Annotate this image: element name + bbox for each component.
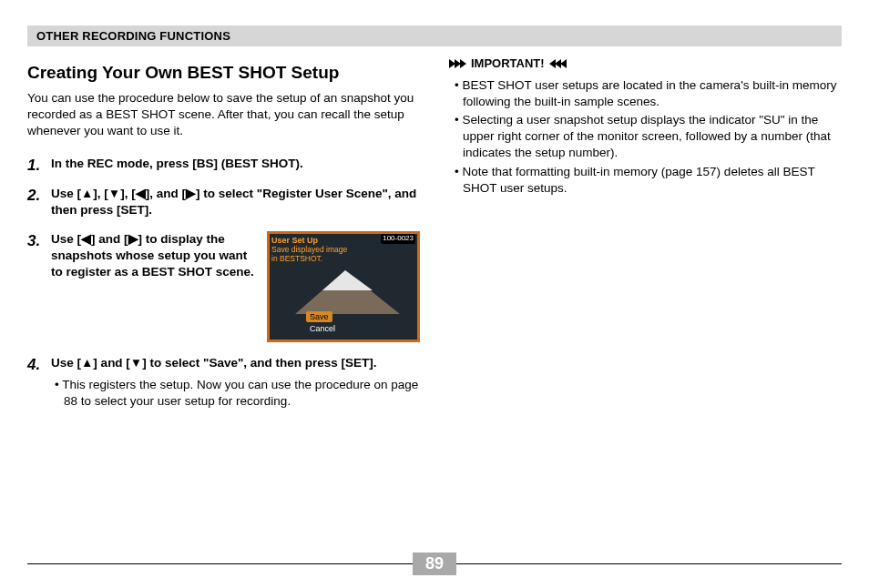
section-title: Creating Your Own BEST SHOT Setup (27, 61, 420, 85)
important-bullet-3: Note that formatting built-in memory (pa… (455, 164, 842, 197)
lcd-option-cancel: Cancel (306, 323, 339, 334)
important-bullet-2: Selecting a user snapshot setup displays… (455, 112, 842, 162)
step-2-text: Use [▲], [▼], [◀], and [▶] to select "Re… (51, 186, 420, 218)
lcd-counter: 100-0023 (381, 234, 415, 244)
lcd-menu: Save Cancel (306, 311, 412, 334)
procedure-steps: In the REC mode, press [BS] (BEST SHOT).… (27, 156, 420, 410)
step-3: Use [◀] and [▶] to display the snapshots… (27, 231, 420, 342)
step-3-text: Use [◀] and [▶] to display the snapshots… (51, 231, 254, 281)
step-1-text: In the REC mode, press [BS] (BEST SHOT). (51, 156, 420, 172)
manual-page: OTHER RECORDING FUNCTIONS Creating Your … (0, 0, 869, 588)
footer-rule-left (27, 563, 413, 564)
step-4-text: Use [▲] and [▼] to select "Save", and th… (51, 355, 420, 371)
left-column: Creating Your Own BEST SHOT Setup You ca… (27, 56, 420, 423)
important-bullet-1: BEST SHOT user setups are located in the… (455, 77, 842, 110)
arrows-left-icon (550, 59, 567, 68)
step-4-sub-bullet: This registers the setup. Now you can us… (51, 377, 420, 410)
step-2: Use [▲], [▼], [◀], and [▶] to select "Re… (27, 186, 420, 218)
important-header: IMPORTANT! (449, 56, 842, 72)
footer-rule-right (456, 563, 842, 564)
step-4: Use [▲] and [▼] to select "Save", and th… (27, 355, 420, 411)
step-1: In the REC mode, press [BS] (BEST SHOT). (27, 156, 420, 172)
arrows-right-icon (449, 59, 465, 68)
intro-paragraph: You can use the procedure below to save … (27, 90, 420, 140)
right-column: IMPORTANT! BEST SHOT user setups are loc… (449, 56, 842, 423)
two-column-layout: Creating Your Own BEST SHOT Setup You ca… (27, 56, 842, 423)
important-bullet-list: BEST SHOT user setups are located in the… (449, 77, 842, 198)
page-footer: 89 (27, 553, 842, 575)
important-label: IMPORTANT! (471, 56, 545, 72)
lcd-message-line2: in BESTSHOT. (271, 254, 322, 264)
camera-lcd-preview: User Set Up 100-0023 Save displayed imag… (267, 231, 420, 342)
page-number: 89 (413, 553, 456, 575)
section-header-bar: OTHER RECORDING FUNCTIONS (27, 25, 842, 46)
lcd-option-save: Save (306, 311, 332, 322)
